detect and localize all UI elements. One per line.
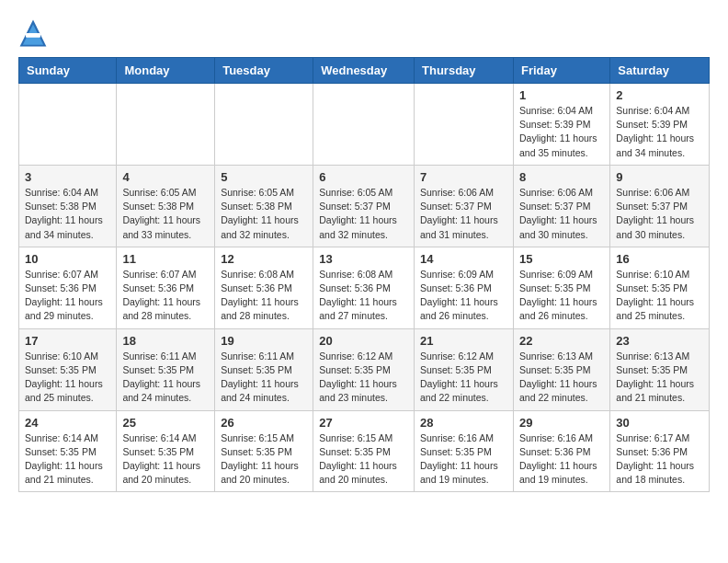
calendar-cell: 14Sunrise: 6:09 AM Sunset: 5:36 PM Dayli…	[415, 247, 514, 328]
day-info: Sunrise: 6:06 AM Sunset: 5:37 PM Dayligh…	[616, 186, 703, 242]
header-saturday: Saturday	[610, 58, 710, 84]
calendar-cell	[415, 84, 514, 166]
calendar-week-1: 1Sunrise: 6:04 AM Sunset: 5:39 PM Daylig…	[19, 84, 710, 166]
calendar-cell: 29Sunrise: 6:16 AM Sunset: 5:36 PM Dayli…	[513, 410, 609, 492]
day-number: 25	[122, 416, 209, 430]
day-info: Sunrise: 6:11 AM Sunset: 5:35 PM Dayligh…	[122, 350, 209, 406]
calendar-cell: 28Sunrise: 6:16 AM Sunset: 5:35 PM Dayli…	[415, 410, 514, 492]
calendar-cell: 30Sunrise: 6:17 AM Sunset: 5:36 PM Dayli…	[610, 410, 710, 492]
calendar-cell: 15Sunrise: 6:09 AM Sunset: 5:35 PM Dayli…	[513, 247, 609, 328]
day-number: 23	[616, 334, 703, 348]
day-info: Sunrise: 6:15 AM Sunset: 5:35 PM Dayligh…	[319, 431, 408, 488]
header-tuesday: Tuesday	[215, 58, 313, 84]
day-info: Sunrise: 6:14 AM Sunset: 5:35 PM Dayligh…	[25, 431, 110, 488]
day-info: Sunrise: 6:08 AM Sunset: 5:36 PM Dayligh…	[221, 268, 307, 324]
day-info: Sunrise: 6:13 AM Sunset: 5:35 PM Dayligh…	[616, 350, 703, 406]
day-info: Sunrise: 6:16 AM Sunset: 5:35 PM Dayligh…	[420, 431, 507, 488]
calendar-cell: 21Sunrise: 6:12 AM Sunset: 5:35 PM Dayli…	[415, 328, 514, 410]
day-info: Sunrise: 6:07 AM Sunset: 5:36 PM Dayligh…	[25, 268, 110, 324]
calendar-cell: 19Sunrise: 6:11 AM Sunset: 5:35 PM Dayli…	[215, 328, 313, 410]
day-info: Sunrise: 6:16 AM Sunset: 5:36 PM Dayligh…	[519, 431, 604, 488]
calendar-cell	[19, 84, 117, 166]
day-info: Sunrise: 6:08 AM Sunset: 5:36 PM Dayligh…	[319, 268, 408, 324]
calendar-cell: 12Sunrise: 6:08 AM Sunset: 5:36 PM Dayli…	[215, 247, 313, 328]
day-number: 9	[616, 170, 703, 184]
calendar-cell: 7Sunrise: 6:06 AM Sunset: 5:37 PM Daylig…	[415, 165, 514, 247]
calendar-cell: 16Sunrise: 6:10 AM Sunset: 5:35 PM Dayli…	[610, 247, 710, 328]
day-number: 21	[420, 334, 507, 348]
day-info: Sunrise: 6:04 AM Sunset: 5:39 PM Dayligh…	[616, 104, 703, 160]
day-info: Sunrise: 6:09 AM Sunset: 5:36 PM Dayligh…	[420, 268, 507, 324]
logo-icon	[18, 18, 48, 48]
calendar-cell: 22Sunrise: 6:13 AM Sunset: 5:35 PM Dayli…	[513, 328, 609, 410]
calendar-cell: 17Sunrise: 6:10 AM Sunset: 5:35 PM Dayli…	[19, 328, 117, 410]
header-wednesday: Wednesday	[313, 58, 415, 84]
day-info: Sunrise: 6:06 AM Sunset: 5:37 PM Dayligh…	[420, 186, 507, 242]
calendar-cell: 4Sunrise: 6:05 AM Sunset: 5:38 PM Daylig…	[117, 165, 215, 247]
day-info: Sunrise: 6:04 AM Sunset: 5:39 PM Dayligh…	[519, 104, 604, 160]
day-number: 27	[319, 416, 408, 430]
day-info: Sunrise: 6:15 AM Sunset: 5:35 PM Dayligh…	[221, 431, 307, 488]
day-number: 29	[519, 416, 604, 430]
calendar-cell: 8Sunrise: 6:06 AM Sunset: 5:37 PM Daylig…	[513, 165, 609, 247]
calendar-cell: 27Sunrise: 6:15 AM Sunset: 5:35 PM Dayli…	[313, 410, 415, 492]
day-number: 18	[122, 334, 209, 348]
day-info: Sunrise: 6:05 AM Sunset: 5:38 PM Dayligh…	[122, 186, 209, 242]
day-number: 14	[420, 252, 507, 266]
day-info: Sunrise: 6:10 AM Sunset: 5:35 PM Dayligh…	[616, 268, 703, 324]
day-number: 4	[122, 170, 209, 184]
svg-rect-2	[26, 33, 40, 38]
calendar-table: SundayMondayTuesdayWednesdayThursdayFrid…	[18, 57, 710, 492]
header-thursday: Thursday	[415, 58, 514, 84]
day-number: 30	[616, 416, 703, 430]
calendar-cell	[313, 84, 415, 166]
day-number: 1	[519, 88, 604, 102]
day-info: Sunrise: 6:17 AM Sunset: 5:36 PM Dayligh…	[616, 431, 703, 488]
day-number: 8	[519, 170, 604, 184]
calendar-cell: 10Sunrise: 6:07 AM Sunset: 5:36 PM Dayli…	[19, 247, 117, 328]
day-number: 2	[616, 88, 703, 102]
day-info: Sunrise: 6:11 AM Sunset: 5:35 PM Dayligh…	[221, 350, 307, 406]
day-info: Sunrise: 6:07 AM Sunset: 5:36 PM Dayligh…	[122, 268, 209, 324]
day-info: Sunrise: 6:09 AM Sunset: 5:35 PM Dayligh…	[519, 268, 604, 324]
day-info: Sunrise: 6:05 AM Sunset: 5:37 PM Dayligh…	[319, 186, 408, 242]
day-number: 11	[122, 252, 209, 266]
day-number: 5	[221, 170, 307, 184]
day-number: 7	[420, 170, 507, 184]
day-number: 16	[616, 252, 703, 266]
day-info: Sunrise: 6:10 AM Sunset: 5:35 PM Dayligh…	[25, 350, 110, 406]
header-sunday: Sunday	[19, 58, 117, 84]
calendar-cell	[117, 84, 215, 166]
calendar-cell	[215, 84, 313, 166]
day-number: 13	[319, 252, 408, 266]
day-number: 19	[221, 334, 307, 348]
calendar-week-3: 10Sunrise: 6:07 AM Sunset: 5:36 PM Dayli…	[19, 247, 710, 328]
calendar-cell: 24Sunrise: 6:14 AM Sunset: 5:35 PM Dayli…	[19, 410, 117, 492]
day-info: Sunrise: 6:06 AM Sunset: 5:37 PM Dayligh…	[519, 186, 604, 242]
day-info: Sunrise: 6:14 AM Sunset: 5:35 PM Dayligh…	[122, 431, 209, 488]
calendar-week-5: 24Sunrise: 6:14 AM Sunset: 5:35 PM Dayli…	[19, 410, 710, 492]
calendar-week-2: 3Sunrise: 6:04 AM Sunset: 5:38 PM Daylig…	[19, 165, 710, 247]
calendar-cell: 3Sunrise: 6:04 AM Sunset: 5:38 PM Daylig…	[19, 165, 117, 247]
calendar-cell: 1Sunrise: 6:04 AM Sunset: 5:39 PM Daylig…	[513, 84, 609, 166]
calendar-cell: 6Sunrise: 6:05 AM Sunset: 5:37 PM Daylig…	[313, 165, 415, 247]
day-number: 15	[519, 252, 604, 266]
calendar-cell: 23Sunrise: 6:13 AM Sunset: 5:35 PM Dayli…	[610, 328, 710, 410]
day-number: 3	[25, 170, 110, 184]
day-info: Sunrise: 6:13 AM Sunset: 5:35 PM Dayligh…	[519, 350, 604, 406]
calendar-cell: 20Sunrise: 6:12 AM Sunset: 5:35 PM Dayli…	[313, 328, 415, 410]
header-friday: Friday	[513, 58, 609, 84]
calendar-cell: 11Sunrise: 6:07 AM Sunset: 5:36 PM Dayli…	[117, 247, 215, 328]
day-info: Sunrise: 6:12 AM Sunset: 5:35 PM Dayligh…	[319, 350, 408, 406]
day-number: 26	[221, 416, 307, 430]
day-number: 6	[319, 170, 408, 184]
calendar-cell: 26Sunrise: 6:15 AM Sunset: 5:35 PM Dayli…	[215, 410, 313, 492]
calendar-cell: 2Sunrise: 6:04 AM Sunset: 5:39 PM Daylig…	[610, 84, 710, 166]
calendar-cell: 18Sunrise: 6:11 AM Sunset: 5:35 PM Dayli…	[117, 328, 215, 410]
day-number: 10	[25, 252, 110, 266]
day-info: Sunrise: 6:04 AM Sunset: 5:38 PM Dayligh…	[25, 186, 110, 242]
calendar-week-4: 17Sunrise: 6:10 AM Sunset: 5:35 PM Dayli…	[19, 328, 710, 410]
day-number: 12	[221, 252, 307, 266]
day-number: 24	[25, 416, 110, 430]
day-info: Sunrise: 6:12 AM Sunset: 5:35 PM Dayligh…	[420, 350, 507, 406]
